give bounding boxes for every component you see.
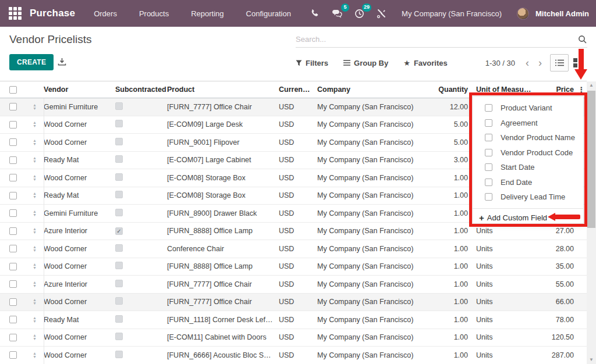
- table-row[interactable]: ▴▾Wood Corner[FURN_6666] Acoustic Bloc S…: [0, 347, 587, 364]
- row-checkbox[interactable]: [9, 227, 17, 235]
- table-row[interactable]: ▴▾Ready Mat[FURN_1118] Corner Desk Lef…U…: [0, 311, 587, 329]
- quantity-cell: 1.00: [428, 174, 470, 182]
- currency-cell: USD: [279, 156, 317, 164]
- favorites-button[interactable]: ★ Favorites: [403, 59, 447, 67]
- dropdown-item[interactable]: Product Variant: [473, 101, 583, 116]
- row-checkbox[interactable]: [9, 156, 17, 164]
- dropdown-item-checkbox[interactable]: [485, 104, 492, 112]
- drag-handle-icon[interactable]: ▴▾: [26, 174, 44, 181]
- header-product[interactable]: Product: [167, 85, 279, 94]
- scroll-down-arrow-icon[interactable]: ▼: [587, 356, 596, 364]
- quantity-cell: 1.00: [428, 351, 470, 359]
- nav-reporting[interactable]: Reporting: [191, 9, 224, 18]
- header-price[interactable]: Price: [531, 85, 576, 94]
- drag-handle-icon[interactable]: ▴▾: [26, 104, 44, 110]
- scrollbar-thumb[interactable]: [587, 91, 595, 228]
- messages-icon[interactable]: 5: [327, 5, 347, 22]
- drag-handle-icon[interactable]: ▴▾: [26, 156, 44, 163]
- search-input[interactable]: [296, 35, 578, 44]
- user-avatar[interactable]: [517, 8, 529, 20]
- dropdown-item[interactable]: End Date: [473, 175, 583, 190]
- tools-icon[interactable]: [371, 5, 391, 22]
- vertical-scrollbar[interactable]: ▲ ▼: [587, 81, 596, 364]
- drag-handle-icon[interactable]: ▴▾: [26, 263, 44, 270]
- row-checkbox[interactable]: [9, 209, 17, 217]
- table-row[interactable]: ▴▾Azure Interior[FURN_7777] Office Chair…: [0, 276, 587, 294]
- header-vendor[interactable]: Vendor: [44, 85, 115, 94]
- header-company[interactable]: Company: [317, 85, 428, 94]
- drag-handle-icon[interactable]: ▴▾: [26, 316, 44, 323]
- drag-handle-icon[interactable]: ▴▾: [26, 281, 44, 288]
- export-icon[interactable]: [58, 58, 66, 66]
- dropdown-item-checkbox[interactable]: [485, 193, 492, 201]
- list-view-button[interactable]: [550, 54, 569, 72]
- row-checkbox[interactable]: [9, 192, 17, 199]
- row-checkbox[interactable]: [9, 298, 17, 306]
- add-custom-field-button[interactable]: + Add Custom Field: [473, 208, 583, 227]
- activities-icon[interactable]: 29: [349, 5, 369, 22]
- row-checkbox[interactable]: [9, 138, 17, 146]
- table-row[interactable]: ▴▾Wood CornerConference ChairUSDMy Compa…: [0, 240, 587, 258]
- table-row[interactable]: ▴▾Wood Corner[FURN_8888] Office LampUSDM…: [0, 258, 587, 276]
- company-switcher[interactable]: My Company (San Francisco): [402, 9, 502, 18]
- messages-badge: 5: [341, 3, 349, 12]
- dropdown-item-checkbox[interactable]: [485, 179, 492, 186]
- dropdown-item[interactable]: Delivery Lead Time: [473, 190, 583, 205]
- row-checkbox[interactable]: [9, 245, 17, 252]
- drag-handle-icon[interactable]: ▴▾: [26, 227, 44, 234]
- select-all-checkbox[interactable]: [9, 86, 17, 94]
- pager-next-button[interactable]: ›: [534, 57, 547, 69]
- price-cell: 78.00: [531, 316, 576, 324]
- app-name[interactable]: Purchase: [30, 8, 75, 19]
- header-uom[interactable]: Unit of Measu…: [470, 85, 531, 94]
- dropdown-item-checkbox[interactable]: [485, 163, 492, 171]
- header-quantity[interactable]: Quantity: [428, 85, 470, 94]
- user-menu[interactable]: Mitchell Admin: [535, 9, 589, 18]
- drag-handle-icon[interactable]: ▴▾: [26, 139, 44, 146]
- create-button[interactable]: CREATE: [9, 54, 54, 70]
- drag-handle-icon[interactable]: ▴▾: [26, 298, 44, 305]
- vendor-cell: Wood Corner: [44, 262, 115, 270]
- table-row[interactable]: ▴▾Wood Corner[FURN_7777] Office ChairUSD…: [0, 294, 587, 312]
- optional-columns-toggle[interactable]: ⋮: [576, 85, 587, 94]
- dropdown-item[interactable]: Vendor Product Name: [473, 130, 583, 145]
- row-checkbox[interactable]: [9, 103, 17, 110]
- subcontracted-checkbox: [115, 155, 123, 163]
- table-row[interactable]: ▴▾Wood Corner[E-COM11] Cabinet with Door…: [0, 329, 587, 347]
- nav-products[interactable]: Products: [139, 9, 169, 18]
- row-checkbox[interactable]: [9, 263, 17, 270]
- search-icon[interactable]: [578, 35, 587, 44]
- row-checkbox[interactable]: [9, 121, 17, 129]
- apps-menu-icon[interactable]: [9, 7, 22, 20]
- row-checkbox[interactable]: [9, 334, 17, 341]
- drag-handle-icon[interactable]: ▴▾: [26, 245, 44, 252]
- phone-icon[interactable]: [305, 5, 325, 22]
- row-checkbox[interactable]: [9, 316, 17, 323]
- dropdown-item[interactable]: Vendor Product Code: [473, 145, 583, 160]
- dropdown-item-checkbox[interactable]: [485, 149, 492, 156]
- dropdown-item[interactable]: Agreement: [473, 116, 583, 131]
- drag-handle-icon[interactable]: ▴▾: [26, 210, 44, 217]
- vendor-cell: Wood Corner: [44, 120, 115, 129]
- quantity-cell: 1.00: [428, 209, 470, 217]
- scroll-up-arrow-icon[interactable]: ▲: [587, 81, 596, 90]
- nav-configuration[interactable]: Configuration: [246, 9, 291, 18]
- dropdown-item-checkbox[interactable]: [485, 134, 492, 141]
- pager-previous-button[interactable]: ‹: [521, 57, 534, 69]
- filters-button[interactable]: Filters: [296, 59, 328, 67]
- search-bar[interactable]: [296, 31, 587, 48]
- dropdown-item[interactable]: Start Date: [473, 160, 583, 175]
- drag-handle-icon[interactable]: ▴▾: [26, 192, 44, 199]
- row-checkbox[interactable]: [9, 280, 17, 288]
- nav-orders[interactable]: Orders: [94, 9, 117, 18]
- drag-handle-icon[interactable]: ▴▾: [26, 352, 44, 359]
- dropdown-item-checkbox[interactable]: [485, 119, 492, 127]
- drag-handle-icon[interactable]: ▴▾: [26, 121, 44, 128]
- header-currency[interactable]: Curren…: [279, 85, 317, 94]
- kanban-view-button[interactable]: [569, 54, 587, 72]
- row-checkbox[interactable]: [9, 351, 17, 359]
- row-checkbox[interactable]: [9, 174, 17, 181]
- drag-handle-icon[interactable]: ▴▾: [26, 334, 44, 341]
- header-subcontracted[interactable]: Subcontracted: [115, 85, 167, 94]
- group-by-button[interactable]: Group By: [343, 59, 388, 67]
